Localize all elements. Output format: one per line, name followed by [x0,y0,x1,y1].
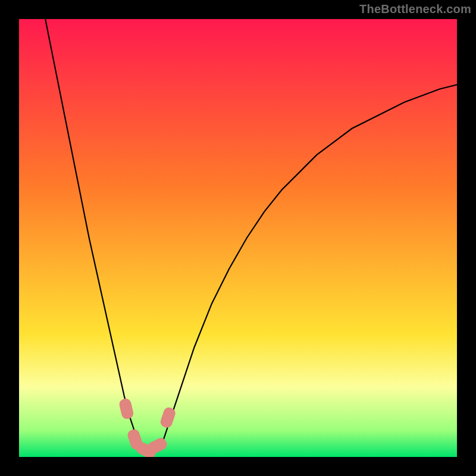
watermark-text: TheBottleneck.com [359,2,471,16]
chart-frame: TheBottleneck.com [0,0,476,476]
gradient-background [19,19,457,457]
plot-area [19,19,457,457]
chart-svg [19,19,457,457]
